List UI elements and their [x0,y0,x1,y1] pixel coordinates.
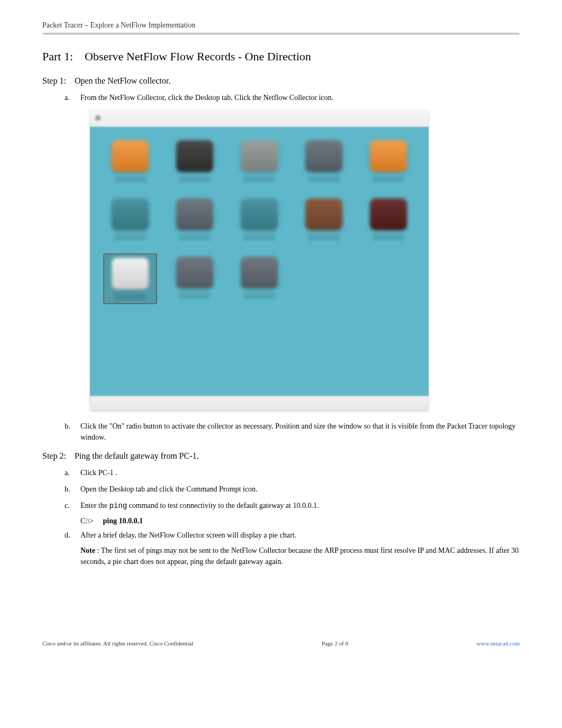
app-icon-firewall-v6[interactable] [232,253,286,304]
step1-heading: Step 1: Open the NetFlow collector. [42,76,520,86]
icon-label [373,176,404,183]
icon-label [308,234,340,241]
step2-item-a: a. Click PC-1 . [65,467,520,478]
icon-label [308,176,340,183]
app-icon-cisco-ip[interactable] [361,195,415,244]
mib-browser-icon [305,198,342,230]
step2-heading: Step 2: Ping the default gateway from PC… [42,451,520,461]
window-statusbar [90,396,429,410]
icon-label [179,293,211,299]
app-icon-ip-config[interactable] [103,137,157,186]
terminal-icon [241,140,278,172]
step1-item-b: b. Click the "On" radio button to activa… [65,421,520,443]
ip-config-icon [112,140,149,172]
icon-label [114,234,146,241]
prompt: C:\> [80,517,94,525]
titlebar-btn [95,115,101,121]
vpn-icon [176,198,213,230]
app-icon-traffic-gen[interactable] [232,195,286,244]
app-icon-command-prompt[interactable] [297,137,351,186]
item-content: After a brief delay, the NetFlow Collect… [80,530,520,567]
command-line: C:\> ping 10.0.0.1 [80,517,520,525]
part-label: Part 1: [42,50,73,63]
item-text: After a brief delay, the NetFlow Collect… [80,530,520,541]
icon-label [114,176,146,183]
app-icon-web-browser[interactable] [361,137,415,186]
command-prompt-icon [305,140,342,172]
dial-up-icon [176,140,213,172]
step2-title: Ping the default gateway from PC-1. [75,451,199,460]
icon-grid [103,137,415,304]
item-marker: b. [65,421,80,443]
item-marker: d. [65,530,80,567]
note-label: Note [80,547,95,554]
step2-item-d: d. After a brief delay, the NetFlow Coll… [65,530,520,567]
empty-slot [361,253,415,304]
step2-item-b: b. Open the Desktop tab and click the Co… [65,484,520,495]
header-divider [42,33,520,35]
step1-label: Step 1: [42,76,66,85]
icon-label [243,234,275,241]
item-text: From the NetFlow Collector, click the De… [80,92,520,103]
icon-label [243,293,275,299]
traffic-gen-icon [241,198,278,230]
item-marker: a. [65,467,80,478]
icon-label [243,176,275,183]
item-text: Click PC-1 . [80,467,520,478]
screenshot-window [90,110,429,410]
part-title: Observe NetFlow Flow Records - One Direc… [85,50,311,63]
app-icon-dial-up[interactable] [168,137,222,186]
step2-item-c: c. Enter the ping command to test connec… [65,500,520,512]
icon-label [179,234,211,241]
item-text: Enter the ping command to test connectiv… [80,500,520,512]
titlebar-controls [95,115,101,121]
app-icon-vpn[interactable] [168,195,222,244]
item-marker: a. [65,92,80,103]
item-text: Open the Desktop tab and click the Comma… [80,484,520,495]
netflow-collector-icon [112,258,149,289]
app-icon-netflow-collector[interactable] [103,253,157,304]
icon-label [179,176,211,183]
command: ping 10.0.0.1 [103,517,143,525]
note-text: : The first set of pings may not be sent… [80,547,519,566]
empty-slot [297,253,351,304]
step2-label: Step 2: [42,451,66,460]
app-icon-pc-wireless[interactable] [103,195,157,244]
desktop-area [90,126,429,396]
app-icon-firewall[interactable] [168,253,222,304]
part-heading: Part 1: Observe NetFlow Flow Records - O… [42,50,520,63]
step1-title: Open the NetFlow collector. [75,76,170,85]
step1-item-a: a. From the NetFlow Collector, click the… [65,92,520,103]
firewall-icon [176,257,213,288]
window-titlebar [90,110,429,126]
footer-copyright: Cisco and/or its affiliates. All rights … [42,640,193,647]
doc-header-title: Packet Tracer – Explore a NetFlow Implem… [42,21,520,30]
icon-label [373,234,404,241]
cisco-ip-communicator-icon [370,198,407,230]
web-browser-icon [370,140,407,172]
icon-label [114,294,146,300]
note-paragraph: Note : The first set of pings may not be… [80,545,520,567]
item-marker: c. [65,500,80,512]
app-icon-terminal[interactable] [232,137,286,186]
app-icon-mib-browser[interactable] [297,195,351,244]
item-marker: b. [65,484,80,495]
footer-link[interactable]: www.netacad.com [477,640,520,647]
screenshot-container [90,110,429,410]
item-text: Click the "On" radio button to activate … [80,421,520,443]
footer-page: Page 2 of 8 [322,640,348,647]
pc-wireless-icon [112,198,149,230]
firewall-v6-icon [241,257,278,288]
footer: Cisco and/or its affiliates. All rights … [42,636,520,647]
